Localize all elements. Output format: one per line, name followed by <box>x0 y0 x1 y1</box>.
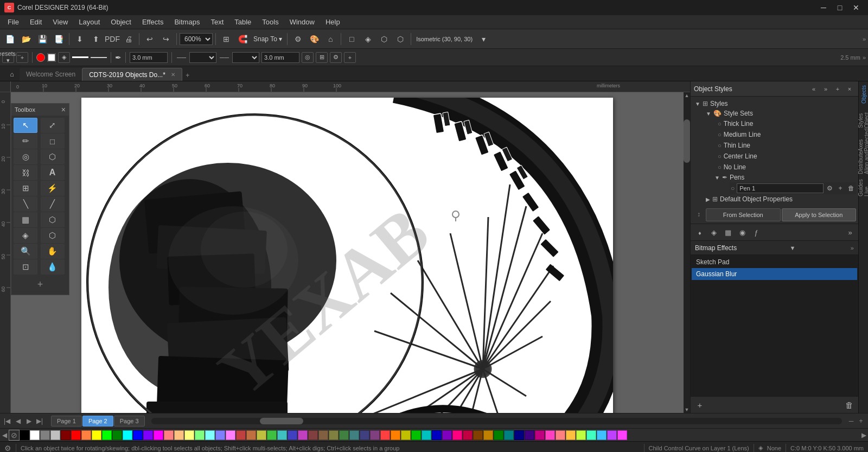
be-item-sketch-pad[interactable]: Sketch Pad <box>692 256 857 268</box>
outline-color-swatch[interactable] <box>47 53 56 62</box>
palette-color-38[interactable] <box>411 430 421 440</box>
palette-color-51[interactable] <box>545 430 555 440</box>
be-item-gaussian-blur[interactable]: Gaussian Blur <box>692 268 857 280</box>
canvas-area[interactable]: YEXAB <box>11 92 690 413</box>
menu-view[interactable]: View <box>47 16 73 28</box>
scroll-up-btn[interactable]: ▲ <box>684 92 690 99</box>
obj-style-icon-1[interactable]: ⬧ <box>694 226 706 238</box>
palette-color-23[interactable] <box>257 430 266 440</box>
style-thick-line[interactable]: ○ Thick Line <box>714 118 856 129</box>
palette-color-4[interactable] <box>61 430 71 440</box>
options-btn[interactable]: ⚙ <box>290 32 305 46</box>
menu-bitmaps[interactable]: Bitmaps <box>169 16 205 28</box>
palette-color-46[interactable] <box>494 430 503 440</box>
tab-document[interactable]: CDTS-2019 Objects Do...* ✕ <box>82 68 182 81</box>
side-icon-align[interactable]: Align and Distribute <box>859 152 868 174</box>
color-mgr-btn[interactable]: 🎨 <box>307 32 322 46</box>
palette-color-22[interactable] <box>246 430 256 440</box>
be-add-btn[interactable]: + <box>694 399 706 411</box>
panel-expand-right-btn[interactable]: » <box>820 84 831 94</box>
panel-expand-btn[interactable]: + <box>832 84 843 94</box>
panel-expand-left-btn[interactable]: « <box>808 84 819 94</box>
toolbox-add-btn[interactable]: + <box>37 279 43 290</box>
menu-help[interactable]: Help <box>320 16 346 28</box>
scroll-down-btn[interactable]: ▼ <box>684 406 690 413</box>
palette-color-34[interactable] <box>370 430 380 440</box>
menu-tools[interactable]: Tools <box>257 16 284 28</box>
palette-color-54[interactable] <box>576 430 586 440</box>
tool-eyedropper[interactable]: 💧 <box>41 259 65 275</box>
palette-color-6[interactable] <box>81 430 91 440</box>
prop-behind-btn[interactable]: ◎ <box>302 52 314 63</box>
maximize-button[interactable]: □ <box>832 2 847 14</box>
palette-scroll-right-btn[interactable]: ▶ <box>859 429 868 442</box>
line-join-select[interactable] <box>232 52 259 63</box>
palette-color-50[interactable] <box>535 430 545 440</box>
palette-color-39[interactable] <box>422 430 431 440</box>
palette-color-21[interactable] <box>236 430 246 440</box>
menu-text[interactable]: Text <box>205 16 229 28</box>
palette-color-47[interactable] <box>504 430 514 440</box>
prop-options-btn[interactable]: ⚙ <box>330 52 342 63</box>
tool-mesh[interactable]: ⬡ <box>41 228 65 243</box>
new-btn[interactable]: 📄 <box>2 32 17 46</box>
save-as-btn[interactable]: 📑 <box>51 32 66 46</box>
palette-color-11[interactable] <box>133 430 143 440</box>
snap-options-btn[interactable]: ⊞ <box>219 32 234 46</box>
palette-color-28[interactable] <box>308 430 318 440</box>
tool-rectangle[interactable]: □ <box>41 133 65 149</box>
tool-polygon[interactable]: ⬡ <box>41 149 65 164</box>
fill-color-swatch[interactable] <box>36 53 45 62</box>
iso-top-btn[interactable]: ⬡ <box>393 32 408 46</box>
palette-color-3[interactable] <box>50 430 60 440</box>
palette-color-12[interactable] <box>143 430 153 440</box>
page-first-btn[interactable]: |◀ <box>2 416 12 426</box>
side-icon-projected-axes[interactable]: Projected Axes <box>859 129 868 151</box>
canvas-zoom-in-btn[interactable]: + <box>856 416 866 426</box>
palette-color-5[interactable] <box>71 430 81 440</box>
no-fill-swatch[interactable]: ⊘ <box>9 430 20 441</box>
redo-btn[interactable]: ↪ <box>158 32 174 46</box>
palette-color-37[interactable] <box>401 430 411 440</box>
palette-color-19[interactable] <box>215 430 225 440</box>
palette-color-43[interactable] <box>463 430 473 440</box>
palette-scroll-left-btn[interactable]: ◀ <box>0 429 9 442</box>
snap-toggle-btn[interactable]: 🧲 <box>235 32 250 46</box>
open-btn[interactable]: 📂 <box>18 32 34 46</box>
menu-layout[interactable]: Layout <box>73 16 105 28</box>
bitmap-effects-expand-btn[interactable]: » <box>851 245 854 251</box>
pdf-btn[interactable]: PDF <box>105 32 120 46</box>
palette-color-56[interactable] <box>597 430 607 440</box>
menu-table[interactable]: Table <box>229 16 257 28</box>
palette-color-29[interactable] <box>318 430 328 440</box>
status-settings-icon[interactable]: ⚙ <box>4 444 11 453</box>
tool-smart[interactable]: ⊡ <box>14 259 37 275</box>
prop-more-btn[interactable]: + <box>344 52 356 63</box>
tool-text[interactable]: A <box>41 165 65 180</box>
page-play-btn[interactable]: ▶ <box>24 416 34 426</box>
palette-color-10[interactable] <box>123 430 132 440</box>
export-btn[interactable]: ⬆ <box>88 32 104 46</box>
style-no-line[interactable]: ○ No Line <box>714 162 856 173</box>
obj-style-icon-3[interactable]: ▦ <box>722 226 734 238</box>
palette-color-25[interactable] <box>277 430 287 440</box>
palette-color-33[interactable] <box>360 430 369 440</box>
tool-extrude[interactable]: ⬡ <box>41 212 65 227</box>
palette-color-13[interactable] <box>154 430 163 440</box>
palette-color-2[interactable] <box>40 430 50 440</box>
palette-color-30[interactable] <box>329 430 339 440</box>
style-center-line[interactable]: ○ Center Line <box>714 151 856 162</box>
palette-color-1[interactable] <box>30 430 40 440</box>
palette-color-35[interactable] <box>380 430 390 440</box>
view-2d-btn[interactable]: □ <box>344 32 359 46</box>
horizontal-scroll-thumb[interactable] <box>260 418 303 424</box>
palette-color-24[interactable] <box>267 430 277 440</box>
tool-dimension[interactable]: ⚡ <box>41 181 65 196</box>
obj-style-icon-5[interactable]: ƒ <box>750 226 762 238</box>
tree-root-default-props[interactable]: ▶ ⊞ Default Object Properties <box>704 194 856 204</box>
new-tab-btn[interactable]: + <box>182 70 193 81</box>
apply-to-selection-btn[interactable]: Apply to Selection <box>782 208 857 221</box>
tab-home-icon[interactable]: ⌂ <box>4 68 20 81</box>
tool-table[interactable]: ⊞ <box>14 181 37 196</box>
style-arrow-icon[interactable]: ↕ <box>693 208 705 220</box>
